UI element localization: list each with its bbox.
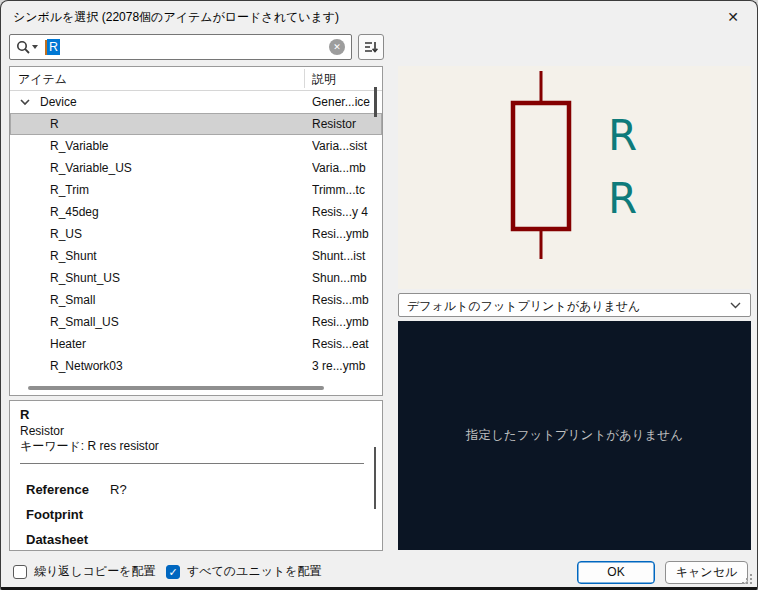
field-label: Footprint bbox=[26, 507, 83, 522]
symbol-description: Resistor bbox=[312, 117, 378, 131]
symbol-preview-canvas[interactable]: R R bbox=[398, 66, 751, 289]
field-label: Reference bbox=[26, 482, 89, 497]
expander-chevron-down-icon[interactable] bbox=[20, 98, 30, 106]
symbol-name: R_Network03 bbox=[50, 359, 123, 373]
symbol-row[interactable]: R_Small_US Resi...ymb bbox=[10, 311, 382, 333]
symbol-details-panel: R Resistor キーワード: R res resistor Referen… bbox=[9, 400, 383, 551]
detail-field: Datasheet bbox=[26, 529, 362, 551]
details-scrollbar[interactable] bbox=[374, 447, 376, 509]
search-value: R bbox=[47, 39, 60, 55]
select-symbol-dialog: シンボルを選択 (22078個のアイテムがロードされています) ✕ R ✕ アイ… bbox=[0, 0, 758, 590]
sort-icon bbox=[363, 39, 379, 55]
symbol-description: 3 re...ymb bbox=[312, 359, 378, 373]
close-icon[interactable]: ✕ bbox=[723, 7, 743, 27]
symbol-name: R_Variable_US bbox=[50, 161, 132, 175]
symbol-name: R_US bbox=[50, 227, 82, 241]
symbol-name: R_45deg bbox=[50, 205, 99, 219]
symbol-description: Resis...mb bbox=[312, 293, 378, 307]
symbol-list-rows: Device Gener...ice R Resistor R_Variable… bbox=[10, 91, 382, 377]
search-options-caret-icon bbox=[32, 45, 38, 49]
library-name: Device bbox=[40, 95, 77, 109]
option-place-all-units[interactable]: ✓ すべてのユニットを配置 bbox=[166, 563, 322, 580]
symbol-row[interactable]: R_Variable_US Varia...mb bbox=[10, 157, 382, 179]
symbol-list: アイテム 説明 Device Gener...ice R Resistor R_… bbox=[9, 66, 383, 396]
column-divider[interactable] bbox=[304, 69, 305, 88]
option-label: 繰り返しコピーを配置 bbox=[34, 563, 155, 580]
symbol-row[interactable]: R_Variable Varia...sist bbox=[10, 135, 382, 157]
symbol-row[interactable]: R_Shunt Shunt...ist bbox=[10, 245, 382, 267]
footprint-preview-message: 指定したフットプリントがありません bbox=[466, 427, 683, 444]
field-value: R? bbox=[110, 482, 127, 497]
symbol-row[interactable]: R_Trim Trimm...tc bbox=[10, 179, 382, 201]
library-row-device[interactable]: Device Gener...ice bbox=[10, 91, 382, 113]
symbol-description: Resi...ymb bbox=[312, 227, 378, 241]
option-label: すべてのユニットを配置 bbox=[187, 563, 322, 580]
symbol-name: R_Variable bbox=[50, 139, 108, 153]
symbol-name: R_Small bbox=[50, 293, 95, 307]
cancel-button[interactable]: キャンセル (C) bbox=[665, 561, 748, 584]
detail-symbol-name: R bbox=[20, 407, 29, 422]
symbol-row[interactable]: R_Shunt_US Shun...mb bbox=[10, 267, 382, 289]
search-filter-icon[interactable] bbox=[16, 40, 38, 54]
symbol-description: Varia...mb bbox=[312, 161, 378, 175]
option-checkbox-all-units[interactable]: ✓ bbox=[166, 565, 180, 579]
detail-fields: Reference R? Footprint Datasheet bbox=[26, 479, 362, 551]
footprint-preview-canvas[interactable]: 指定したフットプリントがありません bbox=[398, 321, 751, 550]
resize-grip[interactable] bbox=[742, 574, 753, 585]
search-input[interactable]: R ✕ bbox=[9, 34, 352, 60]
symbol-description: Shunt...ist bbox=[312, 249, 378, 263]
symbol-row[interactable]: R_45deg Resis...y 4 bbox=[10, 201, 382, 223]
detail-field: Footprint bbox=[26, 504, 362, 529]
symbol-row[interactable]: R_US Resi...ymb bbox=[10, 223, 382, 245]
column-header-description[interactable]: 説明 bbox=[312, 71, 336, 88]
sort-button[interactable] bbox=[358, 34, 384, 60]
footprint-dropdown[interactable]: デフォルトのフットプリントがありません bbox=[398, 293, 751, 317]
symbol-value-text: R bbox=[608, 174, 637, 223]
option-place-repeated-copies[interactable]: 繰り返しコピーを配置 bbox=[13, 563, 155, 580]
symbol-name: R bbox=[50, 117, 59, 131]
list-vertical-scrollbar[interactable] bbox=[374, 87, 377, 117]
symbol-row[interactable]: R_Small Resis...mb bbox=[10, 289, 382, 311]
symbol-description: Trimm...tc bbox=[312, 183, 378, 197]
symbol-row[interactable]: R_Network03 3 re...ymb bbox=[10, 355, 382, 377]
symbol-name: R_Trim bbox=[50, 183, 89, 197]
library-description: Gener...ice bbox=[312, 95, 378, 109]
symbol-description: Resi...ymb bbox=[312, 315, 378, 329]
symbol-row[interactable]: Heater Resis...eat bbox=[10, 333, 382, 355]
column-header-item[interactable]: アイテム bbox=[18, 71, 67, 88]
details-divider bbox=[20, 463, 364, 464]
detail-symbol-description: Resistor bbox=[20, 424, 64, 438]
footprint-dropdown-value: デフォルトのフットプリントがありません bbox=[407, 298, 640, 315]
detail-symbol-keywords: キーワード: R res resistor bbox=[20, 438, 159, 455]
symbol-description: Resis...eat bbox=[312, 337, 378, 351]
list-horizontal-scrollbar[interactable] bbox=[28, 386, 324, 390]
symbol-description: Resis...y 4 bbox=[312, 205, 378, 219]
resistor-symbol-drawing: R R bbox=[398, 66, 751, 289]
symbol-row[interactable]: R Resistor bbox=[10, 113, 382, 135]
symbol-name: R_Small_US bbox=[50, 315, 119, 329]
symbol-name: Heater bbox=[50, 337, 86, 351]
detail-field: Reference R? bbox=[26, 479, 362, 504]
dropdown-chevron-icon bbox=[730, 302, 741, 309]
field-label: Datasheet bbox=[26, 532, 88, 547]
symbol-description: Shun...mb bbox=[312, 271, 378, 285]
symbol-reference-text: R bbox=[608, 111, 637, 160]
list-header: アイテム 説明 bbox=[10, 67, 382, 91]
option-checkbox-repeated-copies[interactable] bbox=[13, 565, 27, 579]
clear-search-icon[interactable]: ✕ bbox=[329, 39, 345, 55]
search-icon bbox=[16, 40, 30, 54]
symbol-name: R_Shunt bbox=[50, 249, 97, 263]
symbol-description: Varia...sist bbox=[312, 139, 378, 153]
dialog-title: シンボルを選択 (22078個のアイテムがロードされています) bbox=[13, 9, 339, 26]
symbol-name: R_Shunt_US bbox=[50, 271, 120, 285]
ok-button[interactable]: OK bbox=[577, 561, 655, 584]
title-bar: シンボルを選択 (22078個のアイテムがロードされています) ✕ bbox=[1, 1, 757, 31]
